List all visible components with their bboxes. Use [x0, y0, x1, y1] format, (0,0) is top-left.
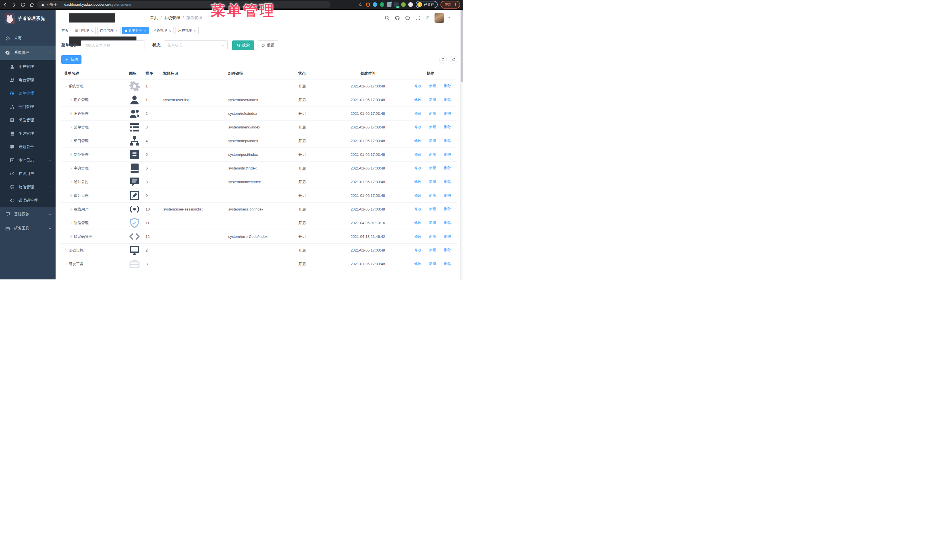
edit-link[interactable]: 修改 — [410, 234, 421, 239]
question-icon[interactable] — [405, 15, 410, 20]
delete-link[interactable]: 删除 — [440, 248, 451, 253]
github-icon[interactable] — [395, 15, 400, 20]
browser-profile-badge[interactable]: 已暂停 — [416, 1, 438, 8]
tree-caret-icon[interactable] — [69, 125, 73, 129]
sidebar-item-tree-table[interactable]: 菜单管理 — [0, 87, 56, 100]
add-link[interactable]: 新增 — [425, 139, 436, 143]
sidebar-item-post[interactable]: 岗位管理 — [0, 113, 56, 127]
edit-link[interactable]: 修改 — [410, 220, 421, 225]
tree-caret-icon[interactable] — [69, 207, 73, 211]
sidebar-item-online[interactable]: 在线用户 — [0, 167, 56, 180]
table-row[interactable]: 短信管理 11 开启 2021-04-05 01:10:16 修改 新增 删除 — [61, 216, 457, 230]
sidebar-item-dashboard[interactable]: 首页 — [0, 31, 56, 45]
add-link[interactable]: 新增 — [425, 220, 436, 225]
sidebar-item-monitor[interactable]: 基础设施 — [0, 207, 56, 221]
ext-grid-icon[interactable] — [387, 2, 392, 7]
sidebar-item-sms[interactable]: 短信管理 — [0, 180, 56, 194]
close-icon[interactable] — [90, 29, 93, 32]
edit-link[interactable]: 修改 — [410, 248, 421, 253]
close-icon[interactable] — [168, 29, 171, 32]
table-row[interactable]: 角色管理 2 system/role/index 开启 2021-01-05 1… — [61, 107, 457, 121]
status-select[interactable]: 菜单状态 — [164, 41, 228, 50]
add-link[interactable]: 新增 — [425, 152, 436, 157]
tree-caret-icon[interactable] — [64, 84, 68, 88]
ext-orange-ring-icon[interactable] — [366, 3, 370, 7]
tree-caret-icon[interactable] — [69, 194, 73, 198]
add-button[interactable]: 新增 — [61, 55, 82, 64]
delete-link[interactable]: 删除 — [440, 261, 451, 266]
sidebar-item-message[interactable]: 通知公告 — [0, 140, 56, 154]
refresh-table-button[interactable] — [449, 56, 457, 63]
add-link[interactable]: 新增 — [425, 180, 436, 184]
close-icon[interactable] — [144, 29, 147, 32]
tree-caret-icon[interactable] — [69, 221, 73, 225]
forward-icon[interactable] — [12, 2, 17, 7]
search-button[interactable]: 搜索 — [232, 41, 254, 50]
close-icon[interactable] — [193, 29, 196, 32]
close-icon[interactable] — [115, 29, 118, 32]
delete-link[interactable]: 删除 — [440, 180, 451, 184]
delete-link[interactable]: 删除 — [440, 84, 451, 89]
table-row[interactable]: 研发工具 3 开启 2021-01-05 17:03:48 修改 新增 删除 — [61, 257, 457, 271]
sidebar-item-tool[interactable]: 研发工具 — [0, 221, 56, 235]
back-icon[interactable] — [3, 2, 8, 7]
table-row[interactable]: 字典管理 6 system/dict/index 开启 2021-01-05 1… — [61, 162, 457, 175]
edit-link[interactable]: 修改 — [410, 111, 421, 116]
kebab-menu-icon[interactable] — [454, 3, 457, 6]
edit-link[interactable]: 修改 — [410, 152, 421, 157]
delete-link[interactable]: 删除 — [440, 125, 451, 130]
tab-菜单管理[interactable]: 菜单管理 — [122, 27, 149, 34]
edit-link[interactable]: 修改 — [410, 139, 421, 143]
delete-link[interactable]: 删除 — [440, 193, 451, 198]
edit-link[interactable]: 修改 — [410, 261, 421, 266]
edit-link[interactable]: 修改 — [410, 180, 421, 184]
sidebar-item-log[interactable]: 审计日志 — [0, 154, 56, 167]
tab-部门管理[interactable]: 部门管理 — [73, 27, 96, 34]
add-link[interactable]: 新增 — [425, 193, 436, 198]
avatar-caret-icon[interactable] — [447, 16, 451, 20]
tree-caret-icon[interactable] — [69, 98, 73, 102]
menu-name-input[interactable] — [81, 41, 144, 50]
ext-green-check-icon[interactable]: ✓ — [380, 2, 384, 7]
table-row[interactable]: 部门管理 4 system/dept/index 开启 2021-01-05 1… — [61, 134, 457, 148]
tree-caret-icon[interactable] — [69, 139, 73, 143]
add-link[interactable]: 新增 — [425, 97, 436, 102]
table-row[interactable]: 用户管理 1 system:user:list system/user/inde… — [61, 93, 457, 107]
sidebar-logo[interactable]: 芋道管理系统 — [0, 10, 56, 27]
reload-icon[interactable] — [21, 2, 25, 7]
add-link[interactable]: 新增 — [425, 111, 436, 116]
tab-用户管理[interactable]: 用户管理 — [176, 27, 198, 34]
edit-link[interactable]: 修改 — [410, 207, 421, 211]
delete-link[interactable]: 删除 — [440, 220, 451, 225]
sidebar-item-gear[interactable]: 系统管理 — [0, 45, 56, 60]
table-row[interactable]: 在线用户 10 system:user-session:list system/… — [61, 202, 457, 216]
table-row[interactable]: 菜单管理 3 system/menu/index 开启 2021-01-05 1… — [61, 121, 457, 134]
tab-首页[interactable]: 首页 — [59, 27, 71, 34]
breadcrumb-item[interactable]: 首页 — [150, 15, 158, 21]
delete-link[interactable]: 删除 — [440, 111, 451, 116]
sidebar-item-peoples[interactable]: 角色管理 — [0, 73, 56, 87]
text-size-icon[interactable]: tT — [426, 16, 429, 20]
ext-puzzle-icon[interactable] — [408, 2, 413, 7]
browser-update-button[interactable]: 更新 — [440, 1, 460, 9]
ext-green-key-icon[interactable] — [401, 2, 406, 7]
breadcrumb-item[interactable]: 系统管理 — [164, 15, 180, 21]
tree-caret-icon[interactable] — [64, 262, 68, 266]
add-link[interactable]: 新增 — [425, 166, 436, 171]
edit-link[interactable]: 修改 — [410, 193, 421, 198]
tree-caret-icon[interactable] — [69, 235, 73, 238]
tree-caret-icon[interactable] — [69, 152, 73, 156]
user-avatar[interactable] — [434, 13, 444, 23]
home-icon[interactable] — [29, 2, 34, 7]
edit-link[interactable]: 修改 — [410, 97, 421, 102]
fullscreen-icon[interactable] — [415, 15, 420, 20]
scrollbar-thumb[interactable] — [461, 10, 463, 82]
delete-link[interactable]: 删除 — [440, 152, 451, 157]
tree-caret-icon[interactable] — [69, 112, 73, 115]
table-row[interactable]: 基础设施 2 开启 2021-01-05 17:03:48 修改 新增 删除 — [61, 243, 457, 257]
delete-link[interactable]: 删除 — [440, 166, 451, 171]
edit-link[interactable]: 修改 — [410, 125, 421, 130]
tab-角色管理[interactable]: 角色管理 — [151, 27, 174, 34]
security-status[interactable]: 不安全 — [41, 2, 57, 7]
tree-caret-icon[interactable] — [69, 166, 73, 170]
